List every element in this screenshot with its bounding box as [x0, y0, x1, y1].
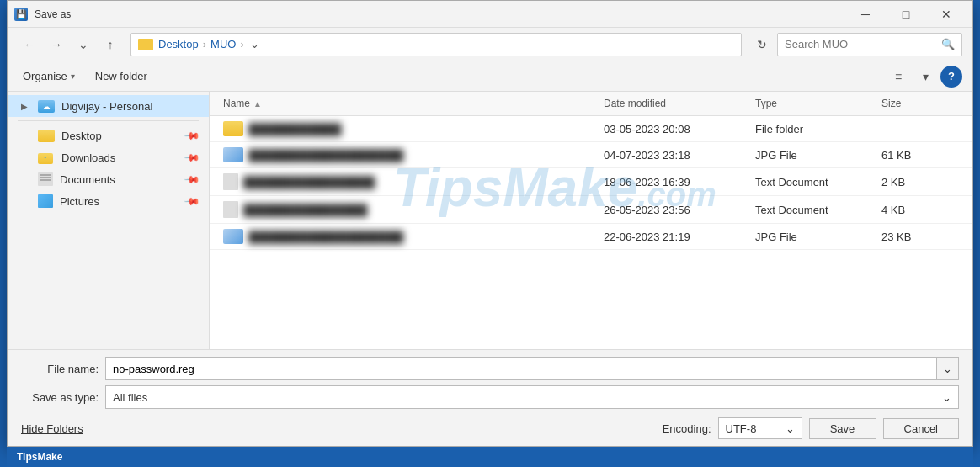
organise-dropdown-icon: ▾	[71, 72, 75, 81]
col-header-type[interactable]: Type	[752, 95, 878, 112]
sidebar-expand-downloads	[18, 151, 31, 164]
table-row[interactable]: ████████████████████ 04-07-2023 23:18 JP…	[210, 142, 972, 168]
file-name-1: ████████████	[248, 123, 342, 135]
bottom-section: File name: ⌄ Save as type: All files ⌄ H…	[8, 349, 972, 446]
col-header-size[interactable]: Size	[878, 95, 945, 112]
address-sep-1: ›	[203, 38, 206, 50]
downloads-pin-icon: 📌	[184, 149, 201, 167]
view-dropdown-button[interactable]: ▾	[913, 65, 937, 88]
address-part-muo[interactable]: MUO	[210, 38, 236, 50]
encoding-section: Encoding: UTF-8 ⌄ Save Cancel	[663, 417, 959, 439]
pictures-pin-icon: 📌	[184, 193, 201, 210]
file-size-3: 2 KB	[878, 172, 945, 192]
encoding-label: Encoding:	[663, 422, 711, 435]
filename-row: File name: ⌄	[21, 357, 959, 380]
table-row[interactable]: ████████████ 03-05-2023 20:08 File folde…	[210, 116, 972, 142]
cloud-folder-icon: ☁	[38, 100, 55, 113]
file-type-3: Text Document	[752, 172, 878, 192]
file-date-3: 18-06-2023 16:39	[600, 172, 752, 192]
sidebar-item-documents[interactable]: Documents 📌	[8, 168, 209, 190]
search-bar[interactable]: 🔍	[777, 33, 962, 56]
documents-pin-icon: 📌	[184, 171, 201, 188]
organise-button[interactable]: Organise ▾	[18, 67, 80, 85]
brand-label: TipsMake	[17, 451, 62, 463]
file-size-5: 23 KB	[878, 227, 945, 247]
up-button[interactable]: ↑	[99, 33, 122, 56]
sidebar-item-digvijay[interactable]: ▶ ☁ Digvijay - Personal	[8, 95, 209, 117]
file-name-cell-5: ████████████████████	[220, 226, 600, 247]
maximize-button[interactable]: □	[887, 3, 925, 26]
view-controls: ≡ ▾ ?	[887, 65, 962, 88]
file-type-2: JPG File	[752, 146, 878, 165]
hide-folder-link[interactable]: Hide Folders	[21, 422, 83, 435]
filename-input-container[interactable]: ⌄	[105, 357, 959, 380]
address-sep-2: ›	[240, 38, 243, 50]
folder-icon	[138, 39, 153, 50]
sidebar-expand-desktop	[18, 129, 31, 142]
sidebar-item-downloads-label: Downloads	[61, 151, 179, 164]
search-input[interactable]	[785, 38, 941, 50]
address-dropdown-button[interactable]: ⌄	[247, 33, 264, 56]
sidebar-expand-digvijay[interactable]: ▶	[18, 99, 31, 113]
main-content: ▶ ☁ Digvijay - Personal Desktop 📌 ↓	[8, 92, 972, 349]
encoding-select[interactable]: UTF-8 ⌄	[718, 417, 802, 439]
sidebar-expand-documents	[18, 172, 31, 186]
help-button[interactable]: ?	[940, 66, 962, 88]
file-date-5: 22-06-2023 21:19	[600, 227, 752, 247]
file-date-1: 03-05-2023 20:08	[600, 119, 752, 139]
back-button[interactable]: ←	[18, 33, 41, 56]
address-bar[interactable]: Desktop › MUO › ⌄	[130, 33, 742, 56]
sidebar-item-downloads[interactable]: ↓ Downloads 📌	[8, 146, 209, 168]
file-icon-2	[223, 147, 243, 162]
organise-label: Organise	[23, 70, 67, 82]
save-button[interactable]: Save	[809, 418, 876, 439]
close-button[interactable]: ✕	[927, 3, 966, 26]
file-name-cell-1: ████████████	[220, 118, 600, 140]
sidebar-item-desktop[interactable]: Desktop 📌	[8, 125, 209, 146]
sidebar: ▶ ☁ Digvijay - Personal Desktop 📌 ↓	[8, 92, 210, 349]
file-name-3: █████████████████	[243, 176, 375, 188]
file-name-cell-2: ████████████████████	[220, 144, 600, 166]
refresh-button[interactable]: ↻	[750, 33, 774, 56]
dropdown-history-button[interactable]: ⌄	[72, 33, 95, 56]
col-header-name[interactable]: Name ▲	[220, 95, 600, 112]
sidebar-item-pictures-label: Pictures	[60, 195, 179, 208]
file-icon-5	[223, 229, 243, 244]
file-icon-4	[223, 201, 238, 218]
sidebar-item-desktop-label: Desktop	[61, 130, 179, 142]
title-bar: 💾 Save as ─ □ ✕	[8, 1, 972, 28]
sidebar-item-pictures[interactable]: Pictures 📌	[8, 190, 209, 212]
sort-arrow-name: ▲	[253, 99, 262, 109]
sidebar-divider-1	[18, 120, 199, 121]
file-type-1: File folder	[752, 119, 878, 139]
file-icon-3	[223, 173, 238, 190]
table-row[interactable]: ████████████████ 26-05-2023 23:56 Text D…	[210, 196, 972, 224]
encoding-dropdown-icon: ⌄	[786, 422, 795, 435]
desktop-folder-icon	[38, 130, 55, 142]
file-name-5: ████████████████████	[248, 231, 403, 243]
minimize-button[interactable]: ─	[846, 3, 885, 26]
filetype-select[interactable]: All files ⌄	[105, 385, 959, 409]
file-name-cell-3: █████████████████	[220, 170, 600, 194]
file-type-5: JPG File	[752, 227, 878, 247]
file-list-header: Name ▲ Date modified Type Size	[210, 92, 972, 116]
sidebar-item-digvijay-label: Digvijay - Personal	[61, 100, 199, 113]
search-icon: 🔍	[941, 38, 955, 50]
new-folder-button[interactable]: New folder	[90, 67, 152, 85]
table-row[interactable]: ████████████████████ 22-06-2023 21:19 JP…	[210, 224, 972, 250]
sidebar-expand-pictures	[18, 194, 31, 208]
table-row[interactable]: █████████████████ 18-06-2023 16:39 Text …	[210, 168, 972, 196]
view-mode-button[interactable]: ≡	[887, 65, 910, 88]
filename-dropdown-button[interactable]: ⌄	[936, 358, 958, 379]
file-size-4: 4 KB	[878, 200, 945, 220]
dialog-title: Save as	[35, 8, 846, 20]
encoding-value: UTF-8	[726, 422, 757, 435]
col-header-date[interactable]: Date modified	[600, 95, 752, 112]
forward-button[interactable]: →	[45, 33, 68, 56]
save-as-dialog: TipsMake.com 💾 Save as ─ □ ✕ ← → ⌄ ↑ Des…	[7, 0, 973, 447]
cancel-button[interactable]: Cancel	[883, 418, 959, 439]
downloads-icon: ↓	[38, 151, 55, 164]
filename-label: File name:	[21, 363, 105, 375]
filename-input[interactable]	[113, 363, 933, 375]
address-part-desktop[interactable]: Desktop	[158, 38, 199, 50]
